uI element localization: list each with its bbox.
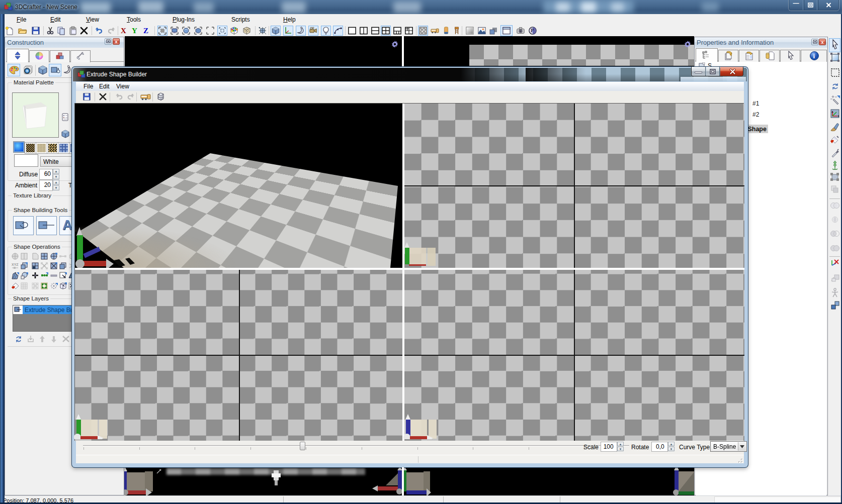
svg-text:P: P [531, 28, 534, 33]
svg-text:XYZ: XYZ [12, 263, 19, 266]
svg-text:i: i [813, 52, 815, 60]
